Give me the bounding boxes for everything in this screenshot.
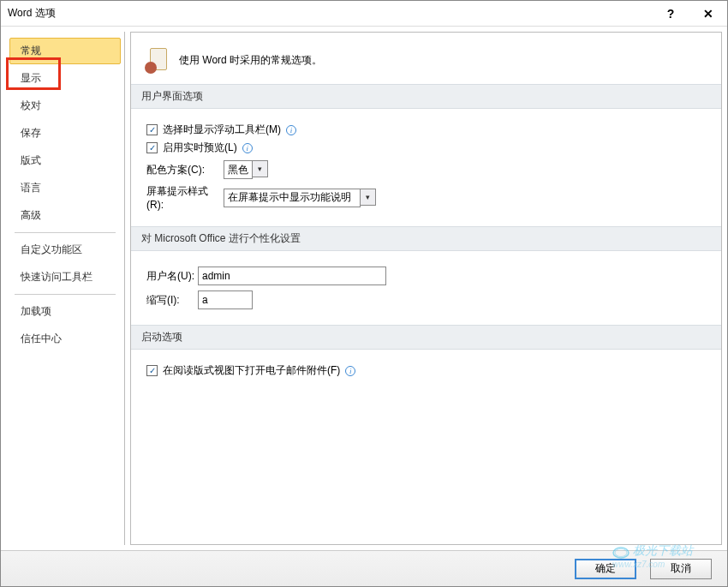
sidebar-item-label: 保存 <box>21 127 41 139</box>
info-icon[interactable] <box>286 125 296 135</box>
sidebar-item-qat[interactable]: 快速访问工具栏 <box>9 264 121 291</box>
cancel-button[interactable]: 取消 <box>650 559 712 579</box>
sidebar-separator <box>15 232 116 233</box>
word-options-dialog: Word 选项 ? ✕ 常规 显示 校对 保存 版式 语言 <box>0 0 728 587</box>
label-username: 用户名(U): <box>146 269 198 284</box>
sidebar-item-addins[interactable]: 加载项 <box>9 298 121 325</box>
sidebar-item-label: 快速访问工具栏 <box>21 271 92 283</box>
sidebar-item-proofing[interactable]: 校对 <box>9 93 121 119</box>
options-content: 使用 Word 时采用的常规选项。 用户界面选项 选择时显示浮动工具栏(M) 启… <box>130 32 722 545</box>
sidebar-separator <box>15 294 116 295</box>
label-screentip: 屏幕提示样式(R): <box>146 184 224 211</box>
info-icon[interactable] <box>345 366 355 376</box>
sidebar-item-label: 自定义功能区 <box>21 243 82 255</box>
section-header-personalize: 对 Microsoft Office 进行个性化设置 <box>131 226 721 251</box>
banner: 使用 Word 时采用的常规选项。 <box>131 41 721 84</box>
options-sidebar: 常规 显示 校对 保存 版式 语言 高级 自定义功能区 <box>6 32 125 545</box>
dialog-footer: 极光下载站 www.xz7.com 确定 取消 <box>1 550 727 586</box>
banner-text: 使用 Word 时采用的常规选项。 <box>179 53 322 68</box>
sidebar-item-general[interactable]: 常规 <box>9 38 121 64</box>
sidebar-item-advanced[interactable]: 高级 <box>9 202 121 229</box>
ok-button-label: 确定 <box>595 561 616 576</box>
checkbox-readingview[interactable] <box>146 365 158 376</box>
label-colorscheme: 配色方案(C): <box>146 163 224 177</box>
section-header-ui: 用户界面选项 <box>131 84 721 109</box>
sidebar-item-label: 语言 <box>21 182 41 194</box>
ok-button[interactable]: 确定 <box>575 559 636 579</box>
sidebar-item-label: 信任中心 <box>21 332 62 344</box>
checkbox-minitoolbar[interactable] <box>146 124 158 135</box>
label-minitoolbar: 选择时显示浮动工具栏(M) <box>163 123 281 137</box>
svg-point-1 <box>615 549 627 557</box>
sidebar-item-trustcenter[interactable]: 信任中心 <box>9 326 121 352</box>
sidebar-item-language[interactable]: 语言 <box>9 175 121 201</box>
close-button[interactable]: ✕ <box>696 5 720 22</box>
input-initials[interactable] <box>198 291 253 309</box>
input-username[interactable] <box>198 267 386 285</box>
chevron-down-icon[interactable]: ▾ <box>361 189 376 206</box>
sidebar-item-save[interactable]: 保存 <box>9 120 121 147</box>
dialog-title: Word 选项 <box>8 6 659 21</box>
sidebar-item-display[interactable]: 显示 <box>9 65 121 92</box>
cancel-button-label: 取消 <box>671 561 691 576</box>
info-icon[interactable] <box>242 143 253 153</box>
checkbox-livepreview[interactable] <box>146 142 158 153</box>
sidebar-item-customize-ribbon[interactable]: 自定义功能区 <box>9 237 121 263</box>
titlebar: Word 选项 ? ✕ <box>1 1 727 27</box>
general-options-icon <box>146 48 170 72</box>
section-header-startup: 启动选项 <box>131 325 721 350</box>
sidebar-item-label: 加载项 <box>21 305 51 317</box>
label-initials: 缩写(I): <box>146 293 198 308</box>
sidebar-item-label: 显示 <box>21 72 41 84</box>
select-colorscheme[interactable]: 黑色 <box>224 160 253 179</box>
label-livepreview: 启用实时预览(L) <box>163 141 237 155</box>
help-button[interactable]: ? <box>659 5 683 22</box>
sidebar-item-label: 高级 <box>21 209 41 221</box>
sidebar-item-layout[interactable]: 版式 <box>9 147 121 174</box>
sidebar-item-label: 常规 <box>21 45 41 57</box>
select-screentip[interactable]: 在屏幕提示中显示功能说明 <box>224 189 361 207</box>
label-readingview: 在阅读版式视图下打开电子邮件附件(F) <box>163 363 340 378</box>
sidebar-item-label: 版式 <box>21 154 41 166</box>
chevron-down-icon[interactable]: ▾ <box>253 160 268 177</box>
sidebar-item-label: 校对 <box>21 99 41 111</box>
